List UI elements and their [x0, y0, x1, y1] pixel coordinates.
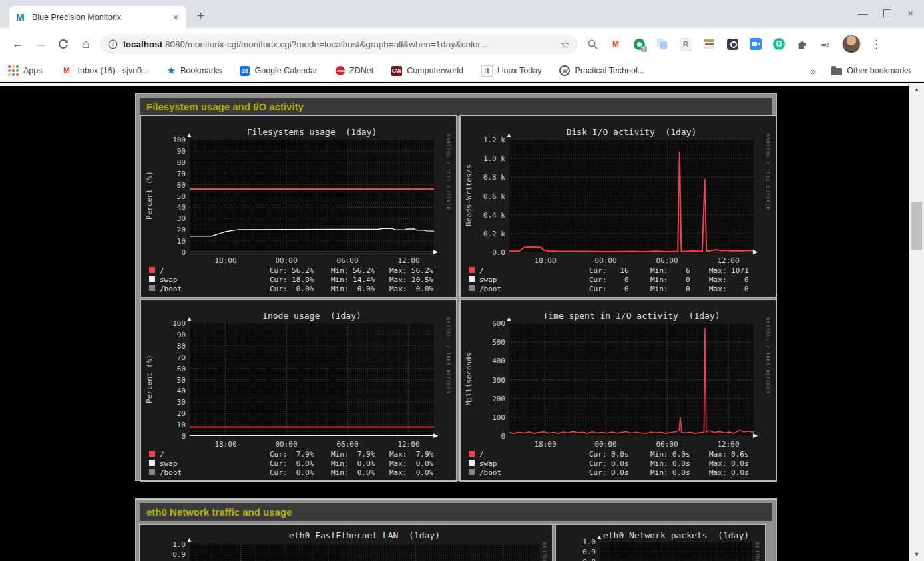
- window-close-button[interactable]: ×: [907, 7, 913, 19]
- gmail-extension-icon[interactable]: M: [609, 37, 622, 51]
- zoom-extension-icon[interactable]: [749, 37, 762, 51]
- y-tick-label: 60: [147, 181, 186, 190]
- bookmark-label: Practical Technol...: [575, 66, 644, 75]
- x-tick-label: 06:00: [332, 440, 363, 449]
- chart-panel: eth0 FastEthernet LAN (1day)RRDTOOL / TO…: [139, 524, 553, 561]
- forward-button[interactable]: →: [29, 33, 52, 55]
- bookmark-google-calendar[interactable]: 28 Google Calendar: [240, 66, 318, 76]
- reload-button[interactable]: [52, 33, 75, 55]
- bookmark-inbox[interactable]: M Inbox (16) - sjvn0...: [61, 65, 149, 77]
- vertical-scrollbar[interactable]: ▲ ▼: [909, 83, 924, 561]
- chart-canvas: [509, 140, 754, 252]
- legend-min: Min: 7.9%: [331, 450, 375, 459]
- axis-arrow-right-icon: ▶: [433, 432, 438, 439]
- legend-name: /boot: [160, 468, 182, 477]
- y-tick-label: 0.2 k: [467, 230, 505, 238]
- y-tick-label: 0.9: [557, 548, 596, 556]
- page-info-icon[interactable]: [108, 39, 118, 49]
- google-voice-extension-icon[interactable]: ?: [632, 37, 646, 51]
- bookmarks-bar: Apps M Inbox (16) - sjvn0... ★ Bookmarks…: [0, 60, 924, 82]
- legend-max: Max: 7.9%: [389, 450, 433, 459]
- bookmarks-overflow-chevron[interactable]: »: [811, 65, 816, 77]
- password-manager-extension-icon[interactable]: [726, 37, 739, 51]
- y-tick-label: 80: [147, 342, 186, 351]
- legend-name: /: [160, 266, 164, 275]
- chart-title: eth0 FastEthernet LAN (1day): [173, 530, 553, 540]
- books-extension-icon[interactable]: [702, 37, 716, 51]
- extensions-puzzle-icon[interactable]: [796, 37, 809, 51]
- y-tick-label: 100: [467, 413, 505, 422]
- bookmark-star-icon[interactable]: ☆: [561, 38, 570, 51]
- y-tick-label: 80: [147, 158, 186, 167]
- bookmark-bookmarks[interactable]: ★ Bookmarks: [167, 65, 222, 77]
- y-tick-label: 100: [147, 136, 186, 144]
- legend-max: Max: 20.5%: [389, 276, 433, 284]
- legend-cur: Cur: 18.9%: [270, 276, 314, 284]
- x-tick-label: 12:00: [712, 256, 744, 265]
- back-button[interactable]: ←: [7, 33, 29, 55]
- other-bookmarks-button[interactable]: Other bookmarks: [831, 66, 911, 75]
- legend-swatch: [469, 469, 475, 475]
- star-icon: ★: [167, 65, 176, 77]
- bookmark-apps[interactable]: Apps: [8, 65, 43, 76]
- new-tab-button[interactable]: +: [197, 9, 204, 23]
- grammarly-extension-icon[interactable]: G: [772, 37, 786, 51]
- scrollbar-thumb[interactable]: [911, 202, 922, 250]
- x-tick-label: 18:00: [210, 440, 242, 449]
- legend-max: Max: 1071: [709, 266, 749, 275]
- chart-canvas: [190, 140, 434, 252]
- legend-min: Min: 0.0s: [650, 450, 690, 459]
- y-tick-label: 10: [147, 421, 186, 429]
- bookmark-label: Bookmarks: [180, 66, 222, 75]
- legend-name: swap: [479, 459, 497, 468]
- monitorix-page: Filesystem usage and I/O activity eth0 N…: [0, 83, 924, 561]
- legend-name: /boot: [479, 468, 501, 477]
- axis-arrow-up-icon: ▲: [596, 534, 602, 540]
- legend-cur: Cur: 0.0s: [589, 459, 629, 468]
- axis-arrow-right-icon: ▶: [753, 248, 758, 255]
- browser-menu-icon[interactable]: ⋮: [871, 37, 882, 51]
- y-tick-label: 90: [147, 147, 186, 156]
- legend-cur: Cur: 0: [589, 285, 629, 293]
- x-tick-label: 18:00: [529, 440, 561, 449]
- axis-arrow-up-icon: ▲: [506, 315, 512, 322]
- bookmark-zdnet[interactable]: ZDNet: [336, 66, 373, 75]
- y-tick-label: 50: [147, 376, 186, 385]
- copy-pages-extension-icon[interactable]: [656, 37, 669, 51]
- monitorix-favicon-icon: M M: [16, 12, 27, 23]
- window-minimize-button[interactable]: —: [858, 8, 867, 19]
- legend-cur: Cur: 0: [589, 276, 629, 284]
- y-tick-label: 20: [147, 409, 186, 418]
- r-extension-icon[interactable]: R: [679, 37, 692, 51]
- bookmark-computerworld[interactable]: CW Computerworld: [391, 66, 463, 76]
- tab-close-icon[interactable]: ×: [172, 12, 180, 23]
- rrdtool-watermark: RRDTOOL / TOBI OETIKER: [754, 542, 760, 561]
- scroll-down-arrow-icon[interactable]: ▼: [909, 551, 924, 558]
- legend-max: Max: 56.2%: [389, 266, 433, 275]
- legend-min: Min: 0.0%: [331, 285, 375, 293]
- url-path: :8080/monitorix-cgi/monitorix.cgi?mode=l…: [162, 39, 487, 49]
- home-button[interactable]: ⌂: [75, 33, 97, 55]
- section-title: eth0 Network traffic and usage: [146, 506, 292, 518]
- series-line-/: [509, 152, 754, 252]
- scroll-up-arrow-icon[interactable]: ▲: [909, 86, 924, 93]
- chart-title: eth0 Network packets (1day): [583, 530, 766, 540]
- rrdtool-watermark: RRDTOOL / TOBI OETIKER: [765, 134, 770, 274]
- browser-tab[interactable]: M M Blue Precision Monitorix ×: [9, 6, 186, 28]
- legend-name: /boot: [479, 285, 501, 293]
- profile-avatar[interactable]: [842, 35, 861, 53]
- y-tick-label: 200: [467, 395, 505, 403]
- bookmark-practical-technology[interactable]: W Practical Technol...: [559, 65, 644, 76]
- search-extension-icon[interactable]: [586, 37, 599, 51]
- y-tick-label: 500: [467, 338, 505, 347]
- bookmark-label: ZDNet: [349, 66, 373, 75]
- playlist-extension-icon[interactable]: ≡♪: [819, 37, 832, 51]
- bookmark-linux-today[interactable]: lt Linux Today: [481, 65, 542, 77]
- window-maximize-button[interactable]: [883, 9, 891, 17]
- chart-panel: eth0 Network packets (1day)RRDTOOL / TOB…: [555, 524, 766, 561]
- legend-swatch: [469, 267, 475, 273]
- address-bar[interactable]: localhost:8080/monitorix-cgi/monitorix.c…: [100, 34, 578, 54]
- url-text[interactable]: localhost:8080/monitorix-cgi/monitorix.c…: [123, 39, 557, 49]
- x-tick-label: 06:00: [332, 256, 363, 265]
- chart-panel: Time spent in I/O activity (1day)RRDTOOL…: [459, 299, 777, 482]
